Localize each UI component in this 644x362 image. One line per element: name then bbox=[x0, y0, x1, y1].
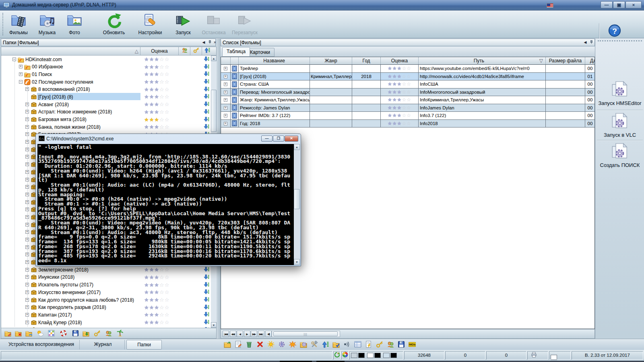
lifebuoy-button[interactable] bbox=[60, 330, 67, 338]
cmd-close-button[interactable]: ✕ bbox=[285, 136, 298, 142]
expand-toggle[interactable]: + bbox=[25, 245, 29, 249]
hscrollbar-thumb[interactable]: ||| bbox=[273, 331, 338, 336]
tab-table[interactable]: Таблица bbox=[222, 47, 250, 57]
tree-item[interactable]: +Искусство вечеринки (2017)★★★☆☆ bbox=[1, 288, 212, 296]
table-row[interactable]: +Трейлер★★★☆☆https://www.youtube.com/emb… bbox=[221, 65, 594, 73]
expand-toggle[interactable]: + bbox=[25, 290, 29, 294]
folder-open-button[interactable] bbox=[224, 341, 231, 349]
tree-item[interactable]: +Клайд Купер (2018)★★★☆☆ bbox=[1, 319, 212, 326]
column-header-7[interactable]: Дл bbox=[585, 57, 595, 64]
key-button[interactable] bbox=[376, 341, 383, 349]
up-bars-button[interactable] bbox=[322, 341, 329, 349]
users-column-header[interactable] bbox=[179, 47, 190, 55]
tree-item[interactable]: +Асванг (2018)★★★☆☆ bbox=[1, 101, 212, 108]
table-row[interactable]: +Режиссёр: James Dylan★★★☆☆InfoJames Dyl… bbox=[221, 104, 594, 112]
close-button[interactable]: × bbox=[625, 1, 642, 8]
table-row[interactable]: +Рейтинг IMDb: 3.7 (122)★★★☆☆Info3.7 (12… bbox=[221, 112, 594, 120]
expand-toggle[interactable]: + bbox=[25, 208, 29, 211]
nav-button-5[interactable]: ▶▶ bbox=[251, 331, 257, 337]
tree-item[interactable]: [Груз] (2018) (8)★★★☆☆ bbox=[1, 93, 212, 101]
sidebar-button-3[interactable]: Создать ПОИСК bbox=[595, 142, 644, 168]
expand-toggle[interactable]: + bbox=[19, 65, 23, 68]
table-row[interactable]: +[Груз] (2018)Криминал,Триллер,У2018★★★☆… bbox=[221, 73, 594, 81]
toolbar-button-movies[interactable]: Фильмы bbox=[6, 12, 31, 36]
panel-pin-button[interactable] bbox=[207, 40, 213, 45]
panel-pin-button[interactable] bbox=[588, 40, 594, 45]
toolbar-button-start[interactable]: Запуск bbox=[171, 12, 195, 36]
column-header-2[interactable]: Жанр bbox=[310, 57, 352, 64]
tools-button[interactable] bbox=[311, 341, 318, 349]
expand-toggle[interactable]: + bbox=[19, 72, 23, 76]
nav-button-6[interactable]: ▶▶| bbox=[258, 331, 264, 337]
expand-toggle[interactable]: + bbox=[25, 148, 29, 151]
toolbar-button-settings[interactable]: Настройки bbox=[136, 12, 165, 36]
folder-check-button[interactable] bbox=[332, 341, 340, 349]
folder-gear-button[interactable] bbox=[300, 341, 307, 349]
bottom-tab-2[interactable]: Журнал сообщений bbox=[81, 340, 125, 350]
sun-button[interactable] bbox=[267, 341, 275, 349]
burst-button[interactable] bbox=[289, 341, 296, 349]
column-header-4[interactable]: Оценка bbox=[381, 57, 419, 64]
users-button[interactable] bbox=[105, 330, 112, 338]
minimize-button[interactable]: — bbox=[601, 1, 613, 8]
tree-item[interactable]: +01 Поиск★★★☆☆ bbox=[1, 70, 212, 78]
collapse-toggle[interactable]: − bbox=[12, 58, 16, 61]
key-button[interactable] bbox=[94, 330, 101, 338]
expand-toggle[interactable]: + bbox=[25, 193, 29, 196]
imdb-button[interactable]: IMDb bbox=[409, 341, 416, 349]
tree-item[interactable]: +Как долго продлится наша любовь? (2018)… bbox=[1, 296, 212, 304]
column-header-5[interactable]: Путь ▽ bbox=[419, 57, 546, 64]
tree-item[interactable]: +00 Избранное★★★☆☆ bbox=[1, 63, 212, 71]
users-button[interactable] bbox=[387, 341, 394, 349]
expand-toggle[interactable]: + bbox=[25, 223, 29, 226]
tree-sort-indicator[interactable]: △ bbox=[1, 47, 140, 55]
mosaic-button[interactable] bbox=[48, 330, 55, 338]
scrollbar-thumb[interactable] bbox=[211, 90, 217, 132]
column-header-3[interactable]: Год bbox=[352, 57, 381, 64]
scroll-up-icon[interactable]: ▲ bbox=[294, 144, 300, 150]
expand-toggle[interactable]: + bbox=[25, 215, 29, 219]
expand-toggle[interactable]: + bbox=[25, 283, 29, 286]
speaker-button[interactable] bbox=[343, 341, 351, 349]
bottom-tab-1[interactable]: Устройства воспроизведения (DMR) bbox=[3, 340, 80, 350]
tree-item[interactable]: −HDKinoteatr.com★★★☆☆ bbox=[1, 56, 212, 63]
doc-edit-button[interactable] bbox=[235, 341, 242, 349]
column-header-6[interactable]: Размер файла bbox=[546, 57, 585, 64]
expand-toggle[interactable]: + bbox=[25, 162, 29, 166]
expand-toggle[interactable]: + bbox=[25, 268, 29, 272]
recycle-button[interactable] bbox=[246, 341, 253, 349]
floppy-button[interactable] bbox=[72, 330, 79, 338]
cmd-window[interactable]: C:\ C:\Windows\system32\cmd.exe — ❐ ✕ " … bbox=[35, 134, 301, 266]
sidebar-button-1[interactable]: Запуск HMSEditor bbox=[595, 80, 644, 106]
expand-toggle[interactable]: + bbox=[25, 313, 29, 317]
expand-toggle[interactable]: + bbox=[25, 185, 29, 189]
nav-button-2[interactable]: ◀◀ bbox=[230, 331, 236, 337]
expand-toggle[interactable]: + bbox=[25, 305, 29, 309]
key-column-header[interactable] bbox=[190, 47, 202, 55]
delete-x-button[interactable] bbox=[256, 341, 264, 349]
expand-toggle[interactable]: + bbox=[25, 132, 29, 136]
download-column-header[interactable] bbox=[202, 47, 212, 55]
hscroll-left-icon[interactable]: ◀ bbox=[265, 331, 272, 337]
table-row[interactable]: +Год: 2018★★★☆☆Info201800 bbox=[221, 120, 594, 128]
tree-item[interactable]: +Багровая мята (2018)★★★☆☆ bbox=[1, 116, 212, 123]
expand-toggle[interactable]: + bbox=[25, 200, 29, 204]
sun-cloud-button[interactable] bbox=[37, 330, 43, 338]
palm-button[interactable] bbox=[117, 330, 124, 338]
folder-edit-button[interactable] bbox=[4, 330, 11, 338]
nav-button-4[interactable]: ▶ bbox=[244, 331, 250, 337]
cmd-title-bar[interactable]: C:\ C:\Windows\system32\cmd.exe — ❐ ✕ bbox=[36, 134, 301, 143]
expand-toggle[interactable]: + bbox=[25, 103, 29, 106]
table-row[interactable]: +Перевод: Многоголосый закадро★★★☆☆InfoМ… bbox=[221, 88, 594, 97]
expand-toggle[interactable]: + bbox=[25, 110, 29, 113]
scrollbar-thumb[interactable] bbox=[294, 189, 300, 209]
expand-toggle[interactable]: + bbox=[25, 140, 29, 144]
table-row[interactable]: +Страна: США★★★☆☆InfoСША00 bbox=[221, 80, 594, 88]
expand-toggle[interactable]: + bbox=[25, 321, 29, 324]
nav-button-1[interactable]: |◀◀ bbox=[223, 331, 229, 337]
cmd-minimize-button[interactable]: — bbox=[261, 136, 272, 142]
scroll-down-icon[interactable]: ▼ bbox=[211, 322, 217, 328]
expand-toggle[interactable]: + bbox=[25, 170, 29, 174]
folder-share-button[interactable] bbox=[25, 330, 32, 338]
toolbar-button-photo[interactable]: Фото bbox=[64, 12, 85, 36]
